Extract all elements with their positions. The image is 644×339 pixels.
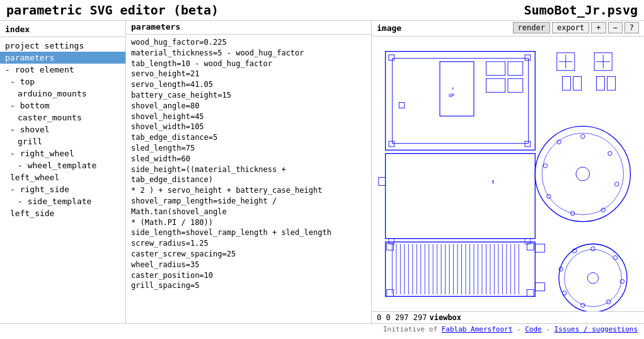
svg-rect-21 — [596, 77, 604, 91]
svg-rect-88 — [535, 244, 544, 252]
footer-text: Initiative of — [383, 325, 437, 333]
sidebar-item-bottom[interactable]: - bottom — [0, 100, 125, 112]
svg-point-66 — [615, 182, 619, 186]
svg-rect-59 — [527, 243, 534, 250]
svg-rect-12 — [508, 79, 523, 93]
svg-point-77 — [620, 279, 624, 283]
image-header-label: image — [377, 23, 401, 33]
svg-point-75 — [591, 247, 595, 251]
image-header: image render export + − ? — [372, 21, 644, 37]
svg-rect-9 — [486, 62, 505, 76]
svg-rect-5 — [525, 141, 531, 147]
svg-text:UP: UP — [449, 93, 455, 98]
svg-rect-60 — [387, 290, 394, 297]
sidebar-item-top[interactable]: - top — [0, 76, 125, 88]
sidebar-item-root-element[interactable]: - root element — [0, 64, 125, 76]
svg-point-64 — [581, 134, 585, 138]
svg-rect-84 — [386, 154, 536, 239]
app-header: parametric SVG editor (beta) SumoBot_Jr.… — [0, 0, 644, 21]
sidebar-items: project settingsparameters- root element… — [0, 40, 125, 219]
svg-point-65 — [608, 151, 612, 155]
sidebar-item-side-template[interactable]: - side_template — [0, 195, 125, 207]
code-link[interactable]: Code — [525, 325, 542, 333]
file-name: SumoBot_Jr.psvg — [524, 3, 638, 18]
export-button[interactable]: export — [552, 22, 589, 33]
svg-point-80 — [562, 291, 566, 295]
svg-rect-19 — [562, 77, 570, 91]
sidebar-item-parameters[interactable]: parameters — [0, 52, 125, 64]
svg-point-83 — [587, 273, 598, 284]
zoom-in-button[interactable]: + — [591, 22, 606, 33]
svg-rect-11 — [486, 79, 505, 93]
svg-point-73 — [559, 244, 627, 311]
svg-rect-4 — [389, 141, 394, 147]
image-toolbar: render export + − ? — [513, 22, 639, 33]
app-footer: Initiative of Fablab Amersfoort - Code -… — [0, 323, 644, 337]
image-panel: image render export + − ? — [372, 21, 644, 323]
sidebar-item-right-side[interactable]: - right_side — [0, 183, 125, 195]
svg-rect-25 — [386, 242, 536, 296]
svg-point-76 — [613, 256, 617, 260]
params-textarea[interactable] — [131, 37, 366, 321]
sidebar: index project settingsparameters- root e… — [0, 21, 126, 323]
sidebar-item-wheel-template[interactable]: - wheel_template — [0, 159, 125, 171]
issues-link[interactable]: Issues / suggestions — [555, 325, 638, 333]
svg-rect-10 — [508, 62, 523, 76]
svg-rect-87 — [379, 177, 386, 185]
svg-point-62 — [535, 126, 630, 221]
viewbox-label: viewbox — [429, 313, 461, 322]
footer-sep1: - — [517, 325, 525, 333]
params-header: parameters — [126, 21, 371, 35]
svg-rect-0 — [386, 52, 536, 151]
zoom-out-button[interactable]: − — [608, 22, 623, 33]
sidebar-item-left-side[interactable]: left_side — [0, 207, 125, 219]
footer-sep2: - — [546, 325, 554, 333]
viewbox-coords: 0 0 297 297 — [377, 313, 427, 322]
main-layout: index project settingsparameters- root e… — [0, 21, 644, 323]
app-title: parametric SVG editor (beta) — [6, 3, 219, 18]
sidebar-item-arduino-mounts[interactable]: arduino_mounts — [0, 88, 125, 100]
sidebar-header: index — [0, 23, 125, 37]
svg-rect-6 — [440, 62, 474, 116]
svg-point-74 — [565, 250, 622, 307]
svg-rect-3 — [525, 55, 531, 60]
svg-text:↑: ↑ — [491, 178, 495, 186]
sidebar-item-right-wheel[interactable]: - right_wheel — [0, 147, 125, 159]
svg-rect-58 — [387, 243, 394, 250]
help-button[interactable]: ? — [624, 22, 639, 33]
svg-rect-89 — [535, 283, 544, 291]
svg-rect-22 — [607, 77, 616, 91]
sidebar-item-project-settings[interactable]: project settings — [0, 40, 125, 52]
sidebar-item-shovel[interactable]: - shovel — [0, 124, 125, 135]
svg-rect-20 — [573, 77, 582, 91]
svg-rect-2 — [389, 55, 394, 60]
image-footer: 0 0 297 297 viewbox — [372, 311, 644, 323]
svg-point-81 — [559, 267, 563, 271]
sidebar-item-left-wheel[interactable]: left_wheel — [0, 171, 125, 183]
sidebar-item-grill[interactable]: grill — [0, 135, 125, 147]
fablab-link[interactable]: Fablab Amersfoort — [442, 325, 513, 333]
image-area: ↑ UP — [372, 37, 644, 311]
sidebar-item-caster-mounts[interactable]: caster_mounts — [0, 112, 125, 124]
svg-point-70 — [543, 164, 547, 168]
svg-point-63 — [542, 133, 624, 215]
params-content — [126, 35, 371, 323]
params-panel: parameters — [126, 21, 372, 323]
svg-rect-23 — [399, 103, 405, 108]
render-button[interactable]: render — [513, 22, 550, 33]
svg-text:↑: ↑ — [451, 86, 454, 91]
svg-rect-61 — [527, 290, 534, 297]
svg-container: ↑ UP — [372, 37, 644, 311]
svg-point-72 — [576, 167, 590, 181]
